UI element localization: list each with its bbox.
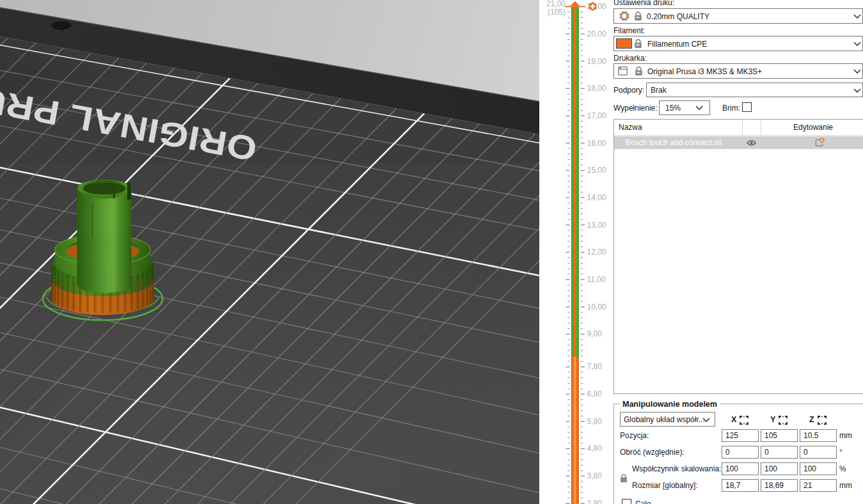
svg-text:15,00: 15,00 [587, 166, 606, 175]
svg-text:12,00: 12,00 [587, 248, 606, 256]
svg-text:4,80: 4,80 [587, 444, 603, 453]
svg-text:7,80: 7,80 [587, 362, 603, 371]
svg-text:17,00: 17,00 [587, 111, 606, 120]
svg-text:3,80: 3,80 [587, 471, 603, 480]
svg-text:16,00: 16,00 [587, 139, 606, 148]
svg-text:13,00: 13,00 [587, 221, 606, 230]
svg-text:9,00: 9,00 [587, 329, 603, 338]
svg-text:2,80: 2,80 [587, 499, 603, 504]
svg-text:19,00: 19,00 [587, 57, 606, 66]
svg-text:(105): (105) [548, 8, 566, 17]
svg-text:18,00: 18,00 [587, 84, 606, 93]
svg-text:10,00: 10,00 [587, 303, 606, 311]
svg-text:20,00: 20,00 [587, 29, 606, 38]
svg-text:14,00: 14,00 [587, 193, 606, 202]
svg-text:5,80: 5,80 [587, 417, 603, 426]
svg-text:11,00: 11,00 [587, 275, 606, 284]
svg-text:6,80: 6,80 [587, 390, 603, 398]
